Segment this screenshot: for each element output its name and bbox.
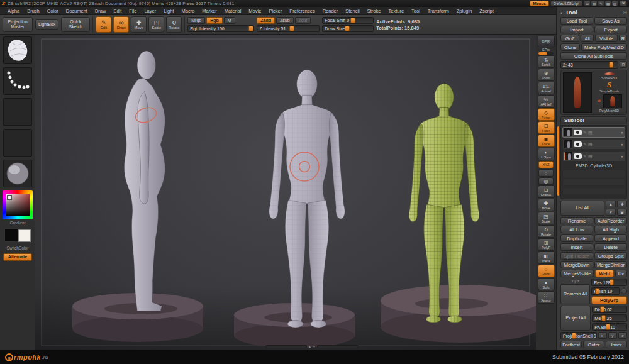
rgb-intensity-slider[interactable]: Rgb Intensity 100 bbox=[187, 25, 254, 32]
list-all-button[interactable]: List All bbox=[560, 201, 604, 216]
split-hidden-button[interactable]: Split Hidden bbox=[560, 252, 593, 260]
menu-preferences[interactable]: Preferences bbox=[286, 8, 318, 14]
subtool-add-icon[interactable]: ✚ bbox=[617, 201, 627, 207]
slider-knob[interactable] bbox=[572, 333, 576, 339]
merge-down-button[interactable]: MergeDown bbox=[560, 261, 593, 268]
all-high-button[interactable]: All High bbox=[594, 226, 627, 233]
current-alpha-thumbnail[interactable] bbox=[3, 98, 32, 126]
menu-layer[interactable]: Layer bbox=[140, 8, 160, 14]
sym-z-shelf-button[interactable]: ◍ bbox=[538, 177, 554, 185]
spix-slider[interactable]: SPix bbox=[538, 48, 555, 55]
draw-mode-button[interactable]: ◎Draw bbox=[113, 16, 129, 33]
window-icon[interactable]: ⊞ bbox=[584, 1, 591, 6]
goz-visible-button[interactable]: Visible bbox=[595, 35, 617, 42]
shell-z-toggle[interactable]: z bbox=[618, 332, 627, 339]
lsym-shelf-button[interactable]: ◐L.Sym bbox=[538, 148, 555, 160]
menus-button[interactable]: Menus bbox=[530, 1, 549, 6]
window-icon[interactable]: ▦ bbox=[604, 1, 611, 6]
menu-stroke[interactable]: Stroke bbox=[364, 8, 385, 14]
scroll-down-icon[interactable]: ▼ bbox=[313, 345, 316, 348]
polymesh3d-thumbnail[interactable] bbox=[603, 94, 622, 108]
switch-color[interactable] bbox=[3, 228, 32, 245]
eye-icon[interactable] bbox=[574, 153, 582, 159]
rgb-button[interactable]: Rgb bbox=[206, 17, 223, 24]
more-icon[interactable]: ● bbox=[621, 130, 623, 135]
mean-slider[interactable]: Mean 25 bbox=[592, 314, 627, 322]
bpr-render-button[interactable]: BPR bbox=[538, 36, 555, 47]
groups-split-button[interactable]: Groups Split bbox=[594, 252, 627, 260]
export-button[interactable]: Export bbox=[594, 26, 627, 33]
z-intensity-slider[interactable]: Z Intensity 51 bbox=[257, 25, 320, 32]
quick-sketch-button[interactable]: Quick Sketch bbox=[61, 17, 90, 32]
rotate-mode-button[interactable]: ↻Rotate bbox=[166, 16, 182, 33]
zcut-button[interactable]: Zcut bbox=[295, 17, 311, 24]
menu-transform[interactable]: Transform bbox=[424, 8, 453, 14]
scroll-up-icon[interactable]: ▲ bbox=[308, 345, 311, 348]
slider-knob[interactable] bbox=[595, 288, 599, 294]
scale-mode-button[interactable]: ◳Scale bbox=[148, 16, 164, 33]
color-gradient-square[interactable] bbox=[6, 194, 30, 216]
polygrp-button[interactable]: PolyGrp bbox=[591, 296, 627, 304]
aahalf-shelf-button[interactable]: ½AAHalf bbox=[538, 95, 555, 108]
slider-r-button[interactable]: R bbox=[620, 61, 627, 68]
close-icon[interactable]: ✕ bbox=[620, 1, 627, 6]
menu-edit[interactable]: Edit bbox=[109, 8, 125, 14]
floor-shelf-button[interactable]: ⊟Floor bbox=[538, 121, 555, 134]
menu-light[interactable]: Light bbox=[160, 8, 177, 14]
window-icon[interactable]: ✎ bbox=[598, 1, 604, 6]
menu-stencil[interactable]: Stencil bbox=[342, 8, 364, 14]
pa-blur-slider[interactable]: PA Blur 10 bbox=[592, 323, 627, 331]
goz-all-button[interactable]: All bbox=[581, 35, 594, 42]
menu-picker[interactable]: Picker bbox=[265, 8, 286, 14]
simplebrush-icon[interactable]: S bbox=[607, 80, 611, 89]
color-picker[interactable] bbox=[3, 190, 33, 219]
draw-size-slider[interactable]: Draw Size 51 bbox=[322, 25, 374, 32]
insert-button[interactable]: Insert bbox=[560, 243, 593, 251]
load-tool-button[interactable]: Load Tool bbox=[560, 17, 593, 25]
goz-r-button[interactable]: R bbox=[619, 35, 627, 42]
xpose-shelf-button[interactable]: ∷Xpose bbox=[538, 291, 555, 304]
slider-knob[interactable] bbox=[601, 315, 606, 321]
slider-knob[interactable] bbox=[610, 279, 614, 285]
farthest-button[interactable]: Farthest bbox=[560, 341, 582, 348]
focal-shift-slider[interactable]: Focal Shift 0 bbox=[322, 17, 374, 24]
merge-visible-button[interactable]: MergeVisible bbox=[560, 270, 594, 277]
menu-brush[interactable]: Brush bbox=[23, 8, 43, 14]
xyz-shelf-button[interactable]: XYZ bbox=[538, 161, 554, 168]
sym-y-shelf-button[interactable]: ◌ bbox=[538, 169, 554, 177]
rename-button[interactable]: Rename bbox=[560, 217, 593, 224]
current-material-thumbnail[interactable] bbox=[3, 160, 32, 187]
canvas-scrollbar[interactable]: ▲ ▼ bbox=[265, 344, 359, 349]
menu-texture[interactable]: Texture bbox=[384, 8, 408, 14]
collapse-arrow-icon[interactable]: ‹ bbox=[560, 9, 563, 16]
menu-draw[interactable]: Draw bbox=[91, 8, 110, 14]
polymesh3d-icon[interactable]: ✶ bbox=[596, 98, 601, 104]
folder-icon[interactable]: ▤ bbox=[588, 142, 593, 147]
trans-shelf-button[interactable]: ◧Trans bbox=[538, 251, 555, 264]
subtool-duplicate-icon[interactable]: ▣ bbox=[617, 209, 627, 216]
save-as-button[interactable]: Save As bbox=[594, 17, 627, 25]
polyf-shelf-button[interactable]: ⊞PolyF bbox=[538, 238, 555, 251]
subtool-row-active[interactable]: ✎ ▤ ● bbox=[562, 151, 625, 162]
menu-zplugin[interactable]: Zplugin bbox=[453, 8, 476, 14]
zoom-shelf-button[interactable]: ⊕Zoom bbox=[538, 69, 555, 81]
lightbox-button[interactable]: LightBox bbox=[35, 19, 58, 30]
menu-file[interactable]: File bbox=[125, 8, 140, 14]
main-color-swatch[interactable] bbox=[4, 228, 18, 242]
weld-toggle[interactable]: Weld bbox=[595, 270, 613, 277]
paint-icon[interactable]: ✎ bbox=[583, 154, 587, 159]
alternate-button[interactable]: Alternate bbox=[3, 253, 32, 261]
menu-material[interactable]: Material bbox=[221, 8, 245, 14]
polish-slider[interactable]: Polish 10 bbox=[591, 287, 620, 295]
menu-macro[interactable]: Macro bbox=[177, 8, 198, 14]
slider-knob[interactable] bbox=[248, 26, 253, 31]
current-texture-thumbnail[interactable] bbox=[3, 129, 32, 157]
local-shelf-button[interactable]: ◉Local bbox=[538, 135, 555, 147]
duplicate-button[interactable]: Duplicate bbox=[560, 234, 593, 242]
import-button[interactable]: Import bbox=[560, 26, 593, 33]
solo-shelf-button[interactable]: ●Solo bbox=[538, 278, 555, 290]
menu-marker[interactable]: Marker bbox=[198, 8, 220, 14]
edit-mode-button[interactable]: ✎Edit bbox=[96, 16, 111, 33]
delete-button[interactable]: Delete bbox=[594, 243, 627, 251]
dist-slider[interactable]: Dist 0.02 bbox=[592, 306, 627, 313]
